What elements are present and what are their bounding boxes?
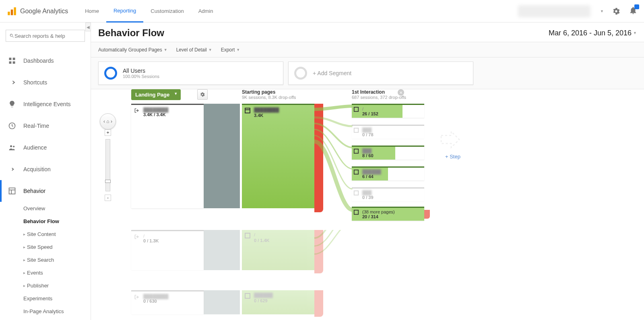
notifications-button[interactable] <box>629 6 638 16</box>
landing-node[interactable]: ████████ 3.4K / 3.4K <box>131 104 204 208</box>
landing-node[interactable]: ████████ 0 / 630 <box>131 290 204 314</box>
sub-overview[interactable]: Overview <box>23 202 91 215</box>
caret-icon: ▸ <box>23 271 25 275</box>
search-box[interactable] <box>6 30 85 42</box>
top-bar: Google Analytics Home Reporting Customiz… <box>0 0 644 23</box>
page-icon <box>353 127 359 133</box>
account-caret-icon[interactable]: ▼ <box>600 9 604 13</box>
interaction-node[interactable]: / 26 / 152 <box>352 104 424 118</box>
svg-rect-22 <box>245 293 250 298</box>
zoom-handle[interactable] <box>105 180 111 183</box>
svg-rect-21 <box>245 233 250 238</box>
svg-rect-1 <box>11 9 13 15</box>
sub-site-speed[interactable]: ▸Site Speed <box>23 240 91 253</box>
page-icon <box>244 107 251 114</box>
toolbar-detail[interactable]: Level of Detail▼ <box>176 47 212 53</box>
sidebar-item-intelligence[interactable]: Intelligence Events <box>0 93 91 115</box>
flow-settings-button[interactable] <box>197 89 208 100</box>
caret-icon: ▸ <box>23 245 25 249</box>
segment-subtitle: 100.00% Sessions <box>123 74 159 79</box>
landing-page-dropdown[interactable]: Landing Page <box>131 89 181 100</box>
interaction-node[interactable]: ███ 0 / 78 <box>352 125 424 139</box>
add-step-button[interactable]: + Step <box>445 154 460 160</box>
sub-behavior-flow[interactable]: Behavior Flow <box>23 215 91 228</box>
svg-rect-20 <box>354 210 359 215</box>
landing-node[interactable]: / 0 / 1.3K <box>131 230 204 270</box>
sidebar-collapse-button[interactable]: ◀ <box>85 23 91 31</box>
interaction-node-more[interactable]: (38 more pages) 20 / 314 <box>352 207 424 221</box>
bulb-icon <box>8 100 16 108</box>
sub-experiments[interactable]: Experiments <box>23 292 91 305</box>
toolbar-export[interactable]: Export▼ <box>221 47 240 53</box>
settings-gear-icon[interactable] <box>612 7 621 16</box>
starting-node[interactable]: ████████ 3.4K <box>242 104 314 208</box>
sidebar-item-audience[interactable]: Audience <box>0 137 91 158</box>
sub-publisher[interactable]: ▸Publisher <box>23 279 91 292</box>
step-arrow-icon <box>437 129 461 154</box>
sub-site-search[interactable]: ▸Site Search <box>23 253 91 266</box>
layout-icon <box>8 187 16 195</box>
dropoff-indicator <box>424 210 430 219</box>
page-icon <box>353 148 359 154</box>
page-icon <box>244 232 251 239</box>
notification-badge <box>634 4 639 9</box>
segment-row: All Users 100.00% Sessions + Add Segment <box>91 57 644 89</box>
nav-reporting[interactable]: Reporting <box>106 0 143 23</box>
entry-icon <box>134 107 140 114</box>
sidebar-item-shortcuts[interactable]: Shortcuts <box>0 72 91 93</box>
toolbar-grouped-pages[interactable]: Automatically Grouped Pages▼ <box>98 47 167 53</box>
account-selector[interactable] <box>518 5 590 17</box>
svg-rect-5 <box>9 62 12 64</box>
interaction-node[interactable]: ██████ 6 / 44 <box>352 166 424 181</box>
nav-customization[interactable]: Customization <box>143 0 191 23</box>
sub-events[interactable]: ▸Events <box>23 266 91 279</box>
date-range-picker[interactable]: Mar 6, 2016 - Jun 5, 2016 ▼ <box>549 29 637 37</box>
sidebar-item-dashboards[interactable]: Dashboards <box>0 50 91 72</box>
svg-rect-0 <box>8 12 10 15</box>
analytics-logo-icon <box>6 6 17 16</box>
top-nav: Home Reporting Customization Admin <box>78 0 220 23</box>
people-icon <box>8 144 16 152</box>
sub-inpage[interactable]: In-Page Analytics <box>23 305 91 318</box>
zoom-slider[interactable] <box>105 139 110 191</box>
svg-rect-10 <box>9 188 15 194</box>
chevron-down-icon: ▼ <box>164 48 167 52</box>
nav-admin[interactable]: Admin <box>191 0 221 23</box>
dropoff-indicator <box>314 230 323 273</box>
add-segment-label: + Add Segment <box>313 70 351 76</box>
svg-rect-13 <box>245 108 250 113</box>
interaction-node[interactable]: ███ 8 / 60 <box>352 146 424 160</box>
sidebar-label: Audience <box>23 144 47 151</box>
sidebar-item-realtime[interactable]: Real-Time <box>0 115 91 137</box>
page-icon <box>353 169 359 175</box>
page-title: Behavior Flow <box>98 27 164 39</box>
segment-all-users[interactable]: All Users 100.00% Sessions <box>98 62 283 85</box>
content: Behavior Flow Mar 6, 2016 - Jun 5, 2016 … <box>91 23 644 320</box>
svg-rect-18 <box>354 170 359 174</box>
sidebar: ◀ Dashboards Shortcuts Intelligence Even… <box>0 23 91 320</box>
home-zoom-button[interactable]: ‹ ⌂ › <box>100 113 116 129</box>
starting-node[interactable]: / 0 / 1.4K <box>242 230 314 270</box>
sidebar-label: Shortcuts <box>23 79 47 86</box>
starting-node[interactable]: ██████ 0 / 629 <box>242 290 314 314</box>
search-input[interactable] <box>14 33 81 39</box>
sub-site-content[interactable]: ▸Site Content <box>23 228 91 240</box>
add-segment-button[interactable]: + Add Segment <box>288 62 473 85</box>
flow-connector <box>204 104 240 208</box>
zoom-out-button[interactable]: - <box>105 195 111 201</box>
remove-column-button[interactable]: ✕ <box>398 89 404 96</box>
interaction-node[interactable]: ███ 0 / 39 <box>352 187 424 201</box>
dropoff-indicator <box>314 290 323 317</box>
starting-pages-header: Starting pages 9K sessions, 8.3K drop-of… <box>242 89 296 100</box>
zoom-in-button[interactable]: + <box>105 129 111 136</box>
logo[interactable]: Google Analytics <box>6 6 68 16</box>
nav-home[interactable]: Home <box>78 0 106 23</box>
sidebar-item-behavior[interactable]: Behavior <box>0 180 91 202</box>
behavior-sub-items: Overview Behavior Flow ▸Site Content ▸Si… <box>0 202 91 318</box>
sidebar-label: Dashboards <box>23 57 54 64</box>
segment-circle-icon <box>294 67 307 80</box>
sidebar-item-acquisition[interactable]: Acquisition <box>0 158 91 180</box>
arrow-icon <box>8 165 16 173</box>
sidebar-label: Acquisition <box>23 166 51 172</box>
svg-point-9 <box>13 146 14 147</box>
